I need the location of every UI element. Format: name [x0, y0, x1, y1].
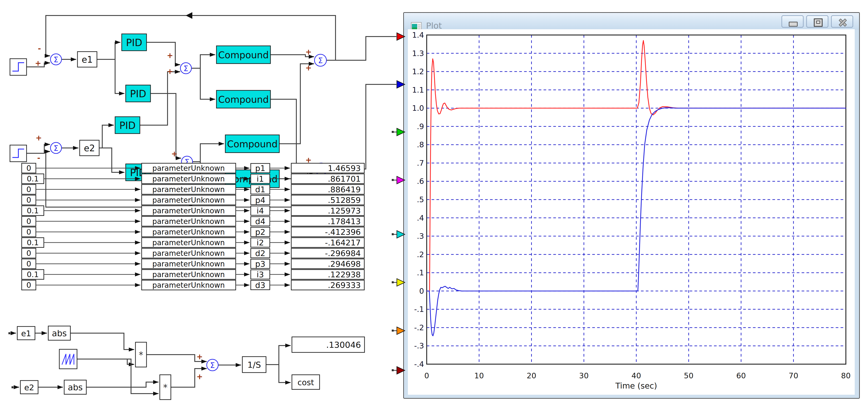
gain-value-box[interactable]: [291, 206, 364, 215]
constant-block[interactable]: [22, 269, 44, 279]
compound-block[interactable]: [225, 170, 279, 187]
parameter-unknown-block[interactable]: [142, 238, 236, 247]
abs-block[interactable]: [64, 380, 86, 394]
pid-controller-block[interactable]: [126, 164, 151, 181]
plus-sign: +: [35, 59, 41, 67]
parameter-unknown-block[interactable]: [142, 259, 236, 269]
pid-controller-block[interactable]: [115, 117, 140, 134]
restore-button[interactable]: [806, 15, 828, 28]
parameter-block-label: parameterUnknown: [152, 249, 225, 258]
sum-junction[interactable]: [51, 142, 62, 153]
gain-name-block[interactable]: [251, 206, 270, 215]
constant-block[interactable]: [22, 280, 36, 290]
sum-junction[interactable]: [207, 359, 218, 371]
gain-name: i1: [257, 174, 264, 183]
gain-value-box[interactable]: [291, 184, 364, 194]
gain-name-block[interactable]: [251, 174, 270, 183]
gain-name: d1: [255, 185, 266, 194]
cost-value-box[interactable]: [292, 337, 365, 352]
gain-value-box[interactable]: [291, 259, 364, 269]
abs-block[interactable]: [48, 326, 70, 340]
wire: [27, 63, 50, 67]
e2-signal-block[interactable]: [80, 140, 99, 156]
sawtooth-source-block[interactable]: [59, 349, 77, 369]
gain-name-block[interactable]: [251, 216, 270, 226]
plot-window-titlebar[interactable]: Plot: [404, 13, 859, 29]
parameter-unknown-block[interactable]: [142, 280, 236, 290]
sum-junction[interactable]: [314, 54, 327, 66]
gain-name-block[interactable]: [251, 270, 270, 279]
gain-value-box[interactable]: [291, 227, 364, 237]
constant-block[interactable]: [22, 195, 36, 205]
gain-name-block[interactable]: [251, 227, 270, 237]
sum-junction[interactable]: [182, 156, 192, 167]
parameter-unknown-block[interactable]: [142, 248, 236, 258]
e2-signal-block[interactable]: [20, 381, 38, 394]
compound-block[interactable]: [225, 135, 279, 153]
constant-block[interactable]: [22, 216, 36, 226]
gain-value-box[interactable]: [291, 216, 364, 226]
pid-controller-block[interactable]: [122, 34, 147, 51]
e1-signal-block[interactable]: [17, 326, 35, 340]
constant-block[interactable]: [22, 184, 36, 194]
parameter-block-label: parameterUnknown: [152, 260, 225, 268]
gain-name-block[interactable]: [251, 195, 270, 205]
constant-block[interactable]: [22, 163, 36, 173]
wire: [279, 173, 315, 179]
gain-name-block[interactable]: [251, 164, 270, 173]
constant-block[interactable]: [22, 206, 44, 215]
gain-name-block[interactable]: [251, 185, 270, 194]
gain-name-block[interactable]: [251, 249, 270, 258]
gain-value-box[interactable]: [291, 163, 364, 173]
gain-value-box[interactable]: [291, 238, 364, 247]
compound-block[interactable]: [216, 90, 271, 108]
parameter-unknown-block[interactable]: [142, 163, 236, 173]
gain-value-box[interactable]: [291, 280, 364, 290]
constant-block[interactable]: [22, 174, 44, 184]
gain-value: .294698: [328, 259, 361, 268]
constant-value: 0: [26, 259, 31, 268]
constant-block[interactable]: [22, 259, 36, 269]
minimize-button[interactable]: [781, 15, 804, 28]
step-source-block[interactable]: [10, 145, 27, 162]
parameter-unknown-block[interactable]: [142, 184, 236, 194]
parameter-unknown-block[interactable]: [142, 227, 236, 237]
multiplier-block[interactable]: [160, 375, 171, 400]
parameter-unknown-block[interactable]: [142, 216, 236, 226]
multiplier-block[interactable]: [135, 342, 147, 367]
sum-junction[interactable]: [315, 163, 327, 175]
gain-value-box[interactable]: [291, 195, 364, 205]
wire: [46, 151, 342, 207]
sum-junction[interactable]: [180, 63, 191, 74]
sum-junction[interactable]: [51, 54, 62, 65]
gain-name-block[interactable]: [251, 281, 270, 290]
compound-block[interactable]: [216, 46, 271, 64]
block-label: e2: [24, 383, 34, 392]
parameter-unknown-block[interactable]: [142, 206, 236, 215]
gain-name: i4: [257, 206, 264, 215]
gain-name-block[interactable]: [251, 238, 270, 247]
block-label: 1/S: [247, 360, 261, 370]
gain-value-box[interactable]: [291, 174, 364, 184]
parameter-unknown-block[interactable]: [142, 269, 236, 279]
parameter-unknown-block[interactable]: [142, 195, 236, 205]
constant-block[interactable]: [22, 248, 36, 258]
e1-signal-block[interactable]: [78, 52, 97, 67]
integrator-block[interactable]: [242, 357, 266, 373]
cost-label-block[interactable]: [292, 375, 319, 389]
constant-block[interactable]: [22, 238, 44, 247]
parameter-unknown-block[interactable]: [142, 174, 236, 184]
gain-value-box[interactable]: [291, 269, 364, 279]
wire: [77, 359, 134, 365]
pid-controller-block[interactable]: [126, 85, 151, 102]
sum-sigma-symbol: Σ: [54, 55, 58, 64]
sawtooth-signal-icon: [62, 354, 74, 365]
step-source-block[interactable]: [10, 59, 27, 75]
sum-sigma-symbol: Σ: [185, 157, 189, 166]
constant-block[interactable]: [22, 227, 36, 237]
close-button[interactable]: [831, 15, 853, 28]
gain-name-block[interactable]: [251, 259, 270, 268]
parameter-block-label: parameterUnknown: [152, 206, 225, 215]
gain-value-box[interactable]: [291, 248, 364, 258]
gain-name: i2: [257, 238, 264, 247]
